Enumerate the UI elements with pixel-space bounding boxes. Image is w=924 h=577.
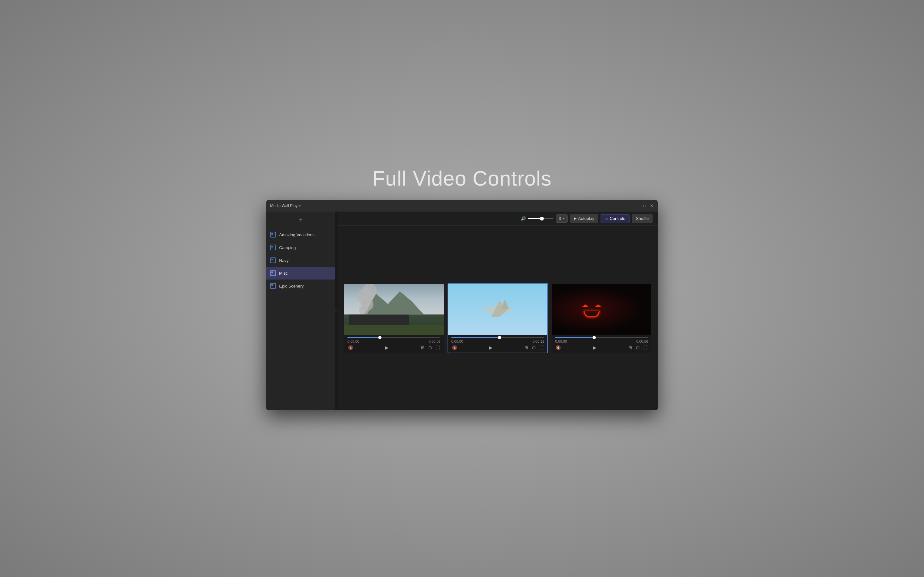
play-button-2[interactable]: ▶ [489, 345, 493, 351]
current-time-1: 0:00:00 [347, 340, 359, 343]
grid-icon: ⊞ [628, 345, 632, 350]
video-preview-2[interactable] [448, 284, 548, 335]
train-scene [344, 284, 444, 335]
video-preview-3[interactable] [552, 284, 651, 335]
sidebar-item-label: Navy [279, 258, 289, 263]
export-button-3[interactable]: ⬡ [635, 345, 640, 351]
pumpkin-eye-left [582, 305, 588, 307]
pumpkin-mouth [583, 311, 599, 318]
fullscreen-button-3[interactable]: ⛶ [643, 345, 648, 351]
progress-bar-3[interactable] [555, 337, 648, 338]
shuffle-button[interactable]: Shuffle [632, 214, 653, 223]
chevron-down-icon: ▾ [563, 217, 565, 220]
video-preview-1[interactable] [344, 284, 444, 335]
video-card-2: 0:00:00 0:00:11 🔇 ▶ [447, 283, 548, 353]
play-icon: ▶ [489, 345, 493, 350]
sidebar-item-label: Epic Scenery [279, 284, 304, 288]
volume-fill [528, 218, 542, 219]
svg-rect-6 [270, 271, 276, 276]
svg-rect-5 [271, 259, 273, 260]
play-button-1[interactable]: ▶ [384, 345, 389, 351]
export-icon: ⬡ [428, 345, 432, 350]
autoplay-label: Autoplay [578, 216, 594, 221]
mute-icon: 🔇 [556, 345, 561, 350]
count-selector[interactable]: 3 ▾ [556, 214, 567, 223]
fullscreen-button-2[interactable]: ⛶ [539, 345, 544, 351]
add-icon: + [299, 216, 303, 224]
progress-fill-1 [347, 337, 380, 338]
fullscreen-icon: ⛶ [540, 345, 543, 350]
sidebar-resize-handle[interactable]: ⋮ [335, 211, 338, 410]
grid-view-button-2[interactable]: ⊞ [524, 345, 529, 351]
fullscreen-button-1[interactable]: ⛶ [435, 345, 441, 351]
controls-icon: ▭ [605, 216, 608, 221]
title-bar: Media Wall Player — □ ✕ [266, 200, 658, 211]
autoplay-button[interactable]: ▶ Autoplay [570, 214, 598, 223]
grid-icon: ⊞ [525, 345, 528, 350]
halloween-scene [552, 284, 651, 335]
sidebar-item-epic-scenery[interactable]: Epic Scenery [266, 279, 335, 292]
play-button-3[interactable]: ▶ [593, 345, 597, 351]
svg-rect-2 [270, 245, 276, 250]
grid-view-button-3[interactable]: ⊞ [628, 345, 633, 351]
sidebar: + Amazing Vacations Camping [266, 211, 335, 410]
progress-bar-1[interactable] [347, 337, 441, 338]
svg-rect-7 [271, 271, 273, 273]
total-time-2: 0:00:11 [533, 340, 544, 343]
grid-view-button-1[interactable]: ⊞ [420, 345, 425, 351]
progress-bar-2[interactable] [451, 337, 544, 338]
add-playlist-button[interactable]: + [266, 214, 335, 226]
controls-row-1: 🔇 ▶ ⊞ ⬡ [347, 345, 441, 351]
sidebar-item-label: Amazing Vacations [279, 232, 314, 237]
controls-button[interactable]: ▭ Controls [601, 214, 629, 223]
playlist-icon [270, 232, 276, 237]
sidebar-item-camping[interactable]: Camping [266, 241, 335, 254]
video-controls-2: 0:00:00 0:00:11 🔇 ▶ [448, 335, 548, 353]
ground [344, 325, 444, 335]
pumpkin-eye-right [595, 305, 601, 307]
mute-button-3[interactable]: 🔇 [555, 345, 561, 351]
pumpkin-face [579, 298, 604, 321]
airplane [485, 308, 511, 311]
volume-thumb [540, 217, 544, 221]
volume-icon: 🔊 [521, 216, 526, 221]
svg-rect-1 [271, 233, 273, 235]
close-button[interactable]: ✕ [649, 203, 654, 208]
sidebar-item-misc[interactable]: Misc [266, 267, 335, 279]
export-icon: ⬡ [532, 345, 535, 350]
grid-icon: ⊞ [421, 345, 425, 350]
minimize-button[interactable]: — [635, 203, 640, 208]
time-row-3: 0:00:00 0:00:56 [555, 340, 648, 343]
playlist-icon [270, 270, 276, 276]
content-area: 🔊 3 ▾ ▶ Autoplay ▭ Controls [338, 211, 658, 410]
page-title: Full Video Controls [373, 167, 552, 190]
time-row-2: 0:00:00 0:00:11 [451, 340, 544, 343]
mute-button-2[interactable]: 🔇 [451, 345, 458, 351]
video-grid: 0:00:00 0:00:09 🔇 ▶ [338, 226, 658, 410]
sidebar-item-amazing-vacations[interactable]: Amazing Vacations [266, 228, 335, 241]
total-time-3: 0:00:56 [636, 340, 648, 343]
fullscreen-icon: ⛶ [436, 345, 440, 350]
maximize-button[interactable]: □ [642, 203, 647, 208]
svg-rect-4 [270, 258, 276, 263]
export-button-1[interactable]: ⬡ [428, 345, 433, 351]
smoke [359, 295, 384, 316]
time-row-1: 0:00:00 0:00:09 [347, 340, 441, 343]
progress-thumb-1 [378, 336, 381, 339]
controls-row-3: 🔇 ▶ ⊞ ⬡ [555, 345, 648, 351]
progress-fill-2 [451, 337, 500, 338]
export-icon: ⬡ [636, 345, 640, 350]
progress-thumb-3 [593, 336, 596, 339]
shuffle-label: Shuffle [636, 216, 649, 221]
fullscreen-icon: ⛶ [643, 345, 648, 350]
svg-rect-3 [271, 246, 273, 247]
app-body: + Amazing Vacations Camping [266, 211, 658, 410]
volume-slider[interactable] [528, 218, 553, 219]
export-button-2[interactable]: ⬡ [531, 345, 536, 351]
controls-row-2: 🔇 ▶ ⊞ ⬡ [451, 345, 544, 351]
current-time-2: 0:00:00 [451, 340, 463, 343]
plane-body [485, 308, 511, 311]
mute-button-1[interactable]: 🔇 [347, 345, 354, 351]
sidebar-item-navy[interactable]: Navy [266, 254, 335, 267]
progress-fill-3 [555, 337, 594, 338]
